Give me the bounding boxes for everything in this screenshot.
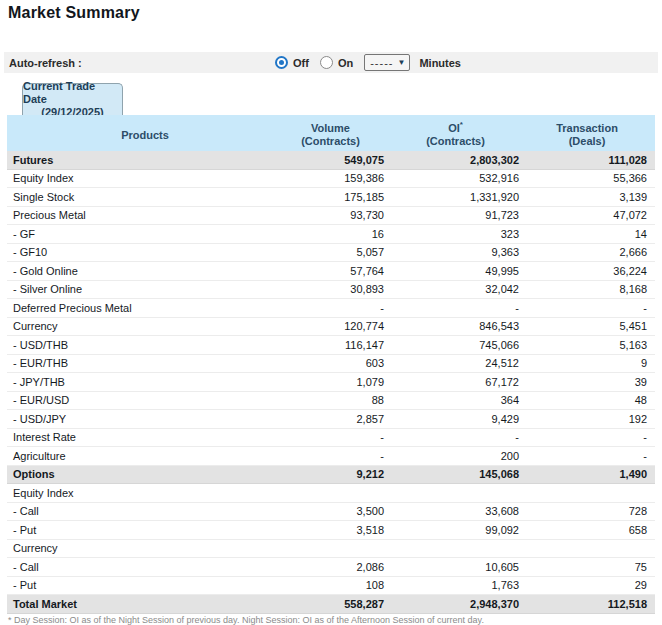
auto-refresh-on-radio[interactable] [320,56,333,69]
table-row: Futures 549,075 2,803,302 111,028 [7,151,655,170]
auto-refresh-off-label[interactable]: Off [293,57,309,69]
transaction-cell: 36,224 [527,265,655,277]
table-row: - Put 3,518 99,092 658 [7,521,655,540]
table-row: - EUR/THB 603 24,512 9 [7,355,655,374]
product-cell: - Call [7,505,277,517]
minutes-select[interactable]: ----- ▼ [364,54,410,71]
transaction-cell: 39 [527,376,655,388]
column-header-transaction: Transaction (Deals) [527,115,655,151]
table-row: Options 9,212 145,068 1,490 [7,466,655,485]
table-body: Futures 549,075 2,803,302 111,028 Equity… [7,151,655,614]
oi-cell: 2,948,370 [392,598,527,610]
oi-cell: 2,803,302 [392,154,527,166]
volume-cell: 16 [277,228,392,240]
footnote: * Day Session: OI as of the Night Sessio… [8,615,484,625]
minutes-label: Minutes [419,57,461,69]
oi-cell: - [392,302,527,314]
product-cell: - USD/THB [7,339,277,351]
transaction-cell: 5,451 [527,320,655,332]
page-title: Market Summary [8,4,140,22]
auto-refresh-off-radio[interactable] [275,56,288,69]
oi-cell: 745,066 [392,339,527,351]
oi-cell: 9,429 [392,413,527,425]
transaction-cell: - [527,302,655,314]
volume-cell: 9,212 [277,468,392,480]
table-row: - Put 108 1,763 29 [7,577,655,596]
table-row: Agriculture - 200 - [7,447,655,466]
transaction-cell: 48 [527,394,655,406]
transaction-cell: 5,163 [527,339,655,351]
chevron-down-icon: ▼ [398,58,410,67]
product-cell: - Call [7,561,277,573]
volume-cell: 3,518 [277,524,392,536]
product-cell: - GF10 [7,246,277,258]
column-header-volume: Volume (Contracts) [277,115,392,151]
tab-current-trade-date[interactable]: Current Trade Date (29/12/2025) [22,83,123,115]
oi-cell: - [392,431,527,443]
table-row: - JPY/THB 1,079 67,172 39 [7,373,655,392]
table-row: - Silver Online 30,893 32,042 8,168 [7,281,655,300]
auto-refresh-label: Auto-refresh : [4,57,82,69]
transaction-cell: 55,366 [527,172,655,184]
market-summary-table: Products Volume (Contracts) OI* (Contrac… [7,115,655,614]
oi-cell: 532,916 [392,172,527,184]
oi-cell: 145,068 [392,468,527,480]
product-cell: - Gold Online [7,265,277,277]
transaction-cell: 8,168 [527,283,655,295]
oi-cell: 33,608 [392,505,527,517]
product-cell: Agriculture [7,450,277,462]
table-row: Total Market 558,287 2,948,370 112,518 [7,595,655,614]
volume-cell: - [277,450,392,462]
product-cell: Futures [7,154,277,166]
volume-cell: 1,079 [277,376,392,388]
oi-cell: 99,092 [392,524,527,536]
product-cell: Currency [7,320,277,332]
transaction-cell: 29 [527,579,655,591]
product-cell: - Silver Online [7,283,277,295]
table-row: Equity Index [7,484,655,503]
oi-cell: 846,543 [392,320,527,332]
volume-cell: 120,774 [277,320,392,332]
product-cell: Total Market [7,598,277,610]
transaction-cell: 47,072 [527,209,655,221]
tab-line1: Current Trade Date [23,80,122,106]
oi-cell: 1,763 [392,579,527,591]
transaction-cell: 1,490 [527,468,655,480]
table-row: Currency 120,774 846,543 5,451 [7,318,655,337]
product-cell: Options [7,468,277,480]
transaction-cell: 14 [527,228,655,240]
product-cell: Equity Index [7,487,277,499]
transaction-cell: - [527,431,655,443]
table-row: Equity Index 159,386 532,916 55,366 [7,170,655,189]
volume-cell: 5,057 [277,246,392,258]
transaction-cell: 3,139 [527,191,655,203]
volume-cell: 159,386 [277,172,392,184]
product-cell: Precious Metal [7,209,277,221]
product-cell: Single Stock [7,191,277,203]
table-row: - Call 2,086 10,605 75 [7,558,655,577]
product-cell: - EUR/USD [7,394,277,406]
transaction-cell: 2,666 [527,246,655,258]
table-row: - Gold Online 57,764 49,995 36,224 [7,262,655,281]
table-row: - GF10 5,057 9,363 2,666 [7,244,655,263]
volume-cell: 2,857 [277,413,392,425]
volume-cell: 558,287 [277,598,392,610]
volume-cell: - [277,431,392,443]
table-row: Interest Rate - - - [7,429,655,448]
volume-cell: 116,147 [277,339,392,351]
volume-cell: 603 [277,357,392,369]
product-cell: - Put [7,524,277,536]
oi-cell: 32,042 [392,283,527,295]
product-cell: - JPY/THB [7,376,277,388]
volume-cell: 175,185 [277,191,392,203]
oi-cell: 323 [392,228,527,240]
oi-cell: 364 [392,394,527,406]
product-cell: Equity Index [7,172,277,184]
auto-refresh-on-label[interactable]: On [338,57,353,69]
transaction-cell: 658 [527,524,655,536]
table-row: - EUR/USD 88 364 48 [7,392,655,411]
transaction-cell: 75 [527,561,655,573]
table-header-row: Products Volume (Contracts) OI* (Contrac… [7,115,655,151]
transaction-cell: 192 [527,413,655,425]
table-row: Single Stock 175,185 1,331,920 3,139 [7,188,655,207]
